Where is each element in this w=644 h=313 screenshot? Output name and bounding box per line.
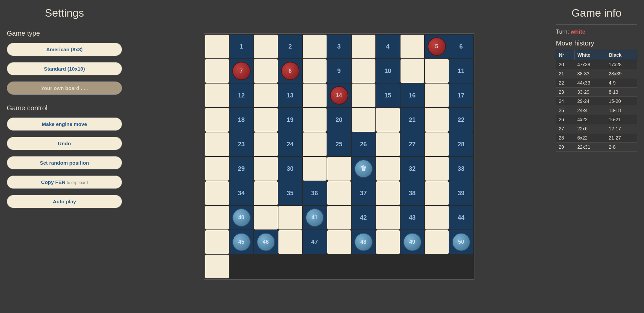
cell[interactable] [254,132,278,156]
cell[interactable] [303,157,327,181]
cell[interactable]: 33 [449,157,473,181]
cell[interactable]: 11 [449,59,473,83]
cell[interactable]: 6 [449,35,473,58]
cell[interactable]: 39 [449,181,473,205]
piece[interactable]: 7 [232,62,251,80]
cell[interactable]: ♛ [352,157,375,181]
cell[interactable]: 10 [376,59,400,83]
piece[interactable]: 46 [257,233,275,251]
cell[interactable]: 4 [376,35,400,58]
cell[interactable] [205,132,229,156]
cell[interactable]: 26 [352,132,375,156]
cell[interactable] [327,181,351,205]
cell[interactable] [303,132,327,156]
cell[interactable]: 19 [278,108,302,132]
cell[interactable]: 22 [449,108,473,132]
cell[interactable] [205,206,229,229]
cell[interactable] [205,108,229,132]
cell[interactable]: 12 [230,84,253,107]
engine-move-button[interactable]: Make engine move [7,117,122,131]
checkers-board[interactable]: 1234567891011121314151617181920212223242… [204,33,474,280]
cell[interactable]: 1 [230,35,253,58]
cell[interactable] [401,59,424,83]
move-history-scroll[interactable]: Nr White Black 20 47x38 17x28 21 38-33 2… [556,50,637,152]
set-random-button[interactable]: Set random position [7,156,122,169]
cell[interactable] [254,157,278,181]
cell[interactable] [425,230,449,254]
piece[interactable]: 8 [281,62,299,80]
american-button[interactable]: American (8x8) [7,43,122,56]
auto-play-button[interactable]: Auto play [7,195,122,208]
cell[interactable]: 40 [230,206,253,229]
cell[interactable] [425,206,449,229]
cell[interactable] [278,206,302,229]
cell[interactable] [425,59,449,83]
cell[interactable] [205,84,229,107]
cell[interactable] [303,108,327,132]
cell[interactable]: 16 [401,84,424,107]
cell[interactable] [352,35,375,58]
cell[interactable] [352,108,375,132]
cell[interactable]: 45 [230,230,253,254]
cell[interactable] [327,157,351,181]
cell[interactable]: 23 [230,132,253,156]
cell[interactable]: 32 [401,157,424,181]
cell[interactable]: 7 [230,59,253,83]
cell[interactable]: 34 [230,181,253,205]
cell[interactable] [303,35,327,58]
cell[interactable]: 43 [401,206,424,229]
cell[interactable] [254,35,278,58]
cell[interactable] [205,35,229,58]
cell[interactable] [205,59,229,83]
cell[interactable] [376,230,400,254]
cell[interactable]: 17 [449,84,473,107]
cell[interactable]: 2 [278,35,302,58]
cell[interactable] [376,206,400,229]
piece[interactable]: 49 [403,233,422,251]
cell[interactable]: 18 [230,108,253,132]
cell[interactable] [376,108,400,132]
piece[interactable]: ♛ [354,160,373,178]
cell[interactable]: 36 [303,181,327,205]
copy-fen-button[interactable]: Copy FEN to clipboard [7,176,122,189]
piece[interactable]: 48 [354,233,373,251]
cell[interactable] [352,84,375,107]
standard-button[interactable]: Standard (10x10) [7,62,122,75]
cell[interactable]: 20 [327,108,351,132]
cell[interactable]: 15 [376,84,400,107]
cell[interactable] [401,35,424,58]
cell[interactable]: 21 [401,108,424,132]
cell[interactable] [425,84,449,107]
cell[interactable] [205,157,229,181]
piece[interactable]: 45 [232,233,251,251]
piece[interactable]: 50 [452,233,470,251]
undo-button[interactable]: Undo [7,137,122,150]
cell[interactable] [278,230,302,254]
cell[interactable]: 27 [401,132,424,156]
cell[interactable] [254,108,278,132]
cell[interactable]: 35 [278,181,302,205]
cell[interactable] [376,157,400,181]
cell[interactable] [352,59,375,83]
cell[interactable] [327,230,351,254]
cell[interactable] [205,255,229,278]
cell[interactable]: 25 [327,132,351,156]
piece[interactable]: 41 [306,208,324,227]
cell[interactable] [425,132,449,156]
cell[interactable] [425,108,449,132]
cell[interactable]: 28 [449,132,473,156]
cell[interactable] [376,132,400,156]
cell[interactable]: 44 [449,206,473,229]
cell[interactable] [303,84,327,107]
cell[interactable] [254,206,278,229]
cell[interactable] [425,157,449,181]
piece[interactable]: 40 [232,208,251,227]
cell[interactable]: 38 [401,181,424,205]
cell[interactable]: 42 [352,206,375,229]
cell[interactable]: 49 [401,230,424,254]
cell[interactable]: 37 [352,181,375,205]
cell[interactable]: 47 [303,230,327,254]
cell[interactable]: 14 [327,84,351,107]
cell[interactable] [254,181,278,205]
cell[interactable]: 13 [278,84,302,107]
